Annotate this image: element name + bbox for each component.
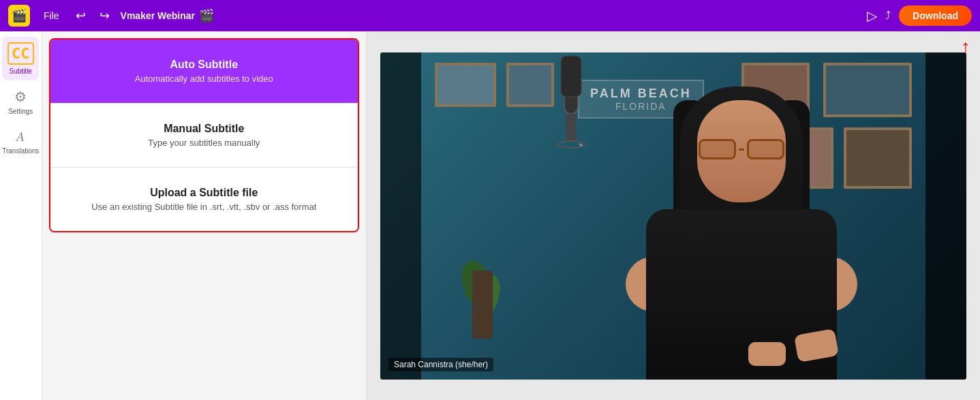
redo-button[interactable]: ↪ [97, 5, 112, 26]
title-emoji: 🎬 [199, 8, 214, 23]
manual-subtitle-title: Manual Subtitle [164, 123, 244, 135]
manual-subtitle-card[interactable]: Manual Subtitle Type your subtitles manu… [50, 104, 358, 168]
sidebar-translations-label: Translations [2, 147, 39, 155]
share-icon[interactable]: ⤴ [885, 10, 891, 22]
undo-button[interactable]: ↩ [73, 5, 89, 26]
subtitle-options-box: Auto Subtitle Automatically add subtitle… [49, 38, 359, 232]
project-title: Vmaker Webinar 🎬 [121, 8, 214, 23]
video-caption: Sarah Cannistra (she/her) [388, 358, 493, 371]
video-area: PALM BEACH FLORIDA ➤ [367, 31, 980, 400]
video-player[interactable]: PALM BEACH FLORIDA ➤ [380, 52, 966, 380]
arrow-indicator: ↑ [961, 37, 970, 57]
topbar: 🎬 File ↩ ↪ Vmaker Webinar 🎬 ▷ ⤴ Download [0, 0, 980, 31]
icon-sidebar: CC Subtitle ⚙ Settings 𝐴 Translations [0, 31, 42, 400]
subtitle-icon: CC [7, 42, 34, 65]
sidebar-item-settings[interactable]: ⚙ Settings [2, 83, 39, 121]
sidebar-item-subtitle[interactable]: CC Subtitle [2, 37, 39, 80]
sidebar-subtitle-label: Subtitle [10, 67, 32, 75]
app-logo: 🎬 [8, 5, 30, 27]
auto-subtitle-desc: Automatically add subtitles to video [135, 74, 273, 84]
sidebar-item-translations[interactable]: 𝐴 Translations [2, 123, 39, 160]
upload-subtitle-desc: Use an existing Subtitle file in .srt, .… [91, 202, 316, 212]
auto-subtitle-title: Auto Subtitle [170, 59, 238, 71]
download-button[interactable]: Download [899, 5, 972, 26]
video-background: PALM BEACH FLORIDA ➤ [380, 52, 966, 380]
translations-icon: 𝐴 [16, 129, 25, 144]
file-menu[interactable]: File [38, 7, 65, 24]
manual-subtitle-desc: Type your subtitles manually [148, 138, 260, 148]
sidebar-settings-label: Settings [8, 108, 33, 115]
subtitle-panel: Auto Subtitle Automatically add subtitle… [42, 31, 367, 400]
wall-frame-1 [435, 63, 496, 107]
plant [462, 260, 489, 339]
upload-subtitle-title: Upload a Subtitle file [150, 187, 258, 199]
settings-icon: ⚙ [14, 89, 27, 105]
person-silhouette [571, 73, 912, 380]
auto-subtitle-card[interactable]: Auto Subtitle Automatically add subtitle… [50, 40, 358, 104]
upload-subtitle-card[interactable]: Upload a Subtitle file Use an existing S… [50, 168, 358, 231]
play-icon[interactable]: ▷ [867, 7, 877, 24]
main-layout: CC Subtitle ⚙ Settings 𝐴 Translations Au… [0, 31, 980, 400]
video-right-vignette [925, 52, 966, 380]
video-left-vignette [380, 52, 421, 380]
